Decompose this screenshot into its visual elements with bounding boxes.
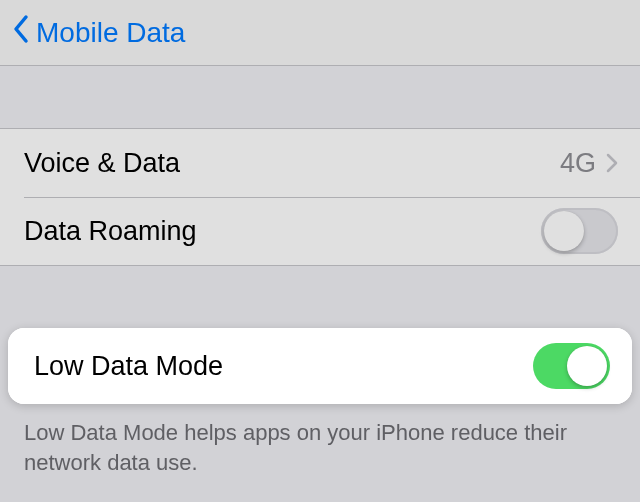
data-roaming-row: Data Roaming [0, 197, 640, 265]
voice-and-data-label: Voice & Data [24, 148, 560, 179]
voice-and-data-row[interactable]: Voice & Data 4G [0, 129, 640, 197]
low-data-mode-row: Low Data Mode [8, 328, 632, 404]
settings-group-low-data: Low Data Mode [8, 328, 632, 404]
chevron-right-icon [606, 153, 618, 173]
voice-and-data-value: 4G [560, 148, 596, 179]
back-button[interactable]: Mobile Data [12, 14, 185, 51]
nav-bar: Mobile Data [0, 0, 640, 66]
back-label: Mobile Data [36, 17, 185, 49]
data-roaming-switch[interactable] [541, 208, 618, 254]
settings-group-1: Voice & Data 4G Data Roaming [0, 128, 640, 266]
low-data-mode-help-text: Low Data Mode helps apps on your iPhone … [0, 404, 640, 477]
low-data-mode-switch[interactable] [533, 343, 610, 389]
data-roaming-label: Data Roaming [24, 216, 541, 247]
low-data-mode-label: Low Data Mode [34, 351, 533, 382]
chevron-left-icon [12, 14, 36, 51]
